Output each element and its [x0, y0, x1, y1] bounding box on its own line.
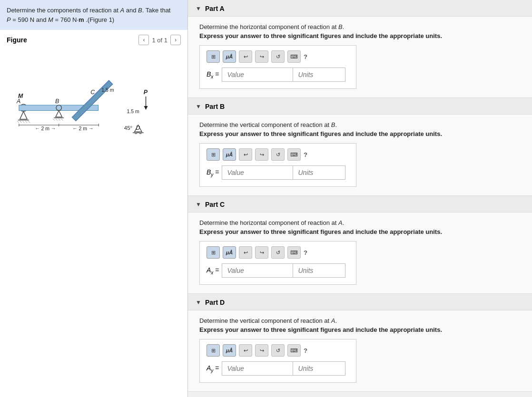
- part-b-desc: Determine the vertical component of reac…: [199, 121, 521, 128]
- part-a-header: ▼ Part A: [188, 0, 532, 17]
- part-c-content: Determine the horizontal component of re…: [188, 213, 532, 293]
- redo-icon-c: ↪: [260, 250, 264, 256]
- part-a-help-icon[interactable]: ?: [304, 53, 307, 60]
- part-a-content: Determine the horizontal component of re…: [188, 17, 532, 97]
- part-c-collapse[interactable]: ▼: [196, 201, 201, 208]
- part-b-grid-button[interactable]: ⊞: [207, 148, 220, 161]
- mu-icon-b: μÅ: [226, 152, 233, 157]
- part-a-mu-button[interactable]: μÅ: [223, 50, 236, 63]
- part-d-collapse[interactable]: ▼: [196, 299, 201, 306]
- part-d-section: ▼ Part D Determine the vertical componen…: [188, 294, 532, 392]
- svg-text:M: M: [18, 93, 23, 99]
- part-d-refresh-button[interactable]: ↺: [271, 344, 285, 357]
- keyboard-icon-c: ⌨: [290, 250, 298, 256]
- part-a-undo-button[interactable]: ↩: [239, 50, 252, 63]
- svg-line-12: [22, 121, 24, 123]
- svg-text:P: P: [144, 89, 148, 96]
- part-c-mu-button[interactable]: μÅ: [223, 246, 236, 259]
- part-a-value-input[interactable]: [222, 68, 293, 82]
- part-a-desc: Determine the horizontal component of re…: [199, 23, 521, 30]
- part-d-mu-button[interactable]: μÅ: [223, 344, 236, 357]
- keyboard-icon-d: ⌨: [290, 348, 298, 354]
- part-b-undo-button[interactable]: ↩: [239, 148, 252, 161]
- svg-point-33: [135, 131, 138, 134]
- svg-line-23: [56, 119, 58, 121]
- part-c-keyboard-button[interactable]: ⌨: [287, 246, 301, 259]
- undo-icon-c: ↩: [244, 250, 248, 256]
- part-a-answer-box: ⊞ μÅ ↩ ↪ ↺ ⌨: [199, 45, 356, 89]
- refresh-icon-b: ↺: [276, 152, 280, 158]
- redo-icon-b: ↪: [260, 152, 264, 158]
- grid-icon-d: ⊞: [211, 348, 216, 354]
- part-d-value-input[interactable]: [222, 361, 293, 376]
- refresh-icon-d: ↺: [276, 348, 280, 354]
- svg-line-22: [53, 119, 55, 121]
- part-b-refresh-button[interactable]: ↺: [271, 148, 285, 161]
- next-figure-button[interactable]: ›: [170, 35, 181, 45]
- part-d-redo-button[interactable]: ↪: [255, 344, 268, 357]
- part-c-header: ▼ Part C: [188, 196, 532, 213]
- part-c-undo-button[interactable]: ↩: [239, 246, 252, 259]
- part-a-label: Part A: [205, 5, 225, 12]
- part-c-refresh-button[interactable]: ↺: [271, 246, 285, 259]
- prev-figure-button[interactable]: ‹: [138, 35, 149, 45]
- svg-point-34: [139, 131, 142, 134]
- part-c-input-label: Ax =: [207, 266, 219, 275]
- part-d-grid-button[interactable]: ⊞: [207, 344, 220, 357]
- figure-nav: ‹ 1 of 1 ›: [138, 35, 181, 45]
- svg-text:B: B: [55, 98, 59, 105]
- part-b-help-icon[interactable]: ?: [304, 151, 307, 158]
- part-b-mu-button[interactable]: μÅ: [223, 148, 236, 161]
- part-d-help-icon[interactable]: ?: [304, 347, 307, 354]
- redo-icon: ↪: [260, 54, 264, 60]
- part-b-toolbar: ⊞ μÅ ↩ ↪ ↺ ⌨: [207, 148, 349, 161]
- part-d-header: ▼ Part D: [188, 294, 532, 310]
- part-d-answer-box: ⊞ μÅ ↩ ↪ ↺ ⌨: [199, 339, 356, 383]
- part-b-redo-button[interactable]: ↪: [255, 148, 268, 161]
- left-panel: Determine the components of reaction at …: [0, 0, 188, 397]
- svg-text:1.5 m: 1.5 m: [127, 109, 139, 114]
- part-a-collapse[interactable]: ▼: [196, 5, 201, 12]
- part-a-redo-button[interactable]: ↪: [255, 50, 268, 63]
- part-c-value-input[interactable]: [222, 263, 293, 278]
- part-d-units-input[interactable]: [293, 361, 345, 376]
- part-d-input-label: Ay =: [207, 364, 219, 373]
- part-d-toolbar: ⊞ μÅ ↩ ↪ ↺ ⌨: [207, 344, 349, 357]
- part-b-units-input[interactable]: [293, 165, 345, 180]
- svg-line-13: [25, 121, 27, 123]
- part-b-input-label: By =: [207, 168, 219, 177]
- part-a-input-label: Bx =: [207, 70, 219, 79]
- part-b-collapse[interactable]: ▼: [196, 103, 201, 110]
- svg-line-24: [59, 119, 60, 121]
- part-b-value-input[interactable]: [222, 165, 293, 180]
- part-c-instruction: Express your answer to three significant…: [199, 228, 521, 235]
- part-b-content: Determine the vertical component of reac…: [188, 115, 532, 195]
- part-a-keyboard-button[interactable]: ⌨: [287, 50, 301, 63]
- part-c-redo-button[interactable]: ↪: [255, 246, 268, 259]
- svg-line-14: [28, 121, 30, 123]
- part-d-label: Part D: [205, 299, 225, 306]
- part-a-toolbar: ⊞ μÅ ↩ ↪ ↺ ⌨: [207, 50, 349, 63]
- part-b-input-row: By =: [207, 165, 349, 180]
- part-a-input-row: Bx =: [207, 68, 349, 82]
- part-a-units-input[interactable]: [293, 68, 345, 82]
- part-c-help-icon[interactable]: ?: [304, 249, 307, 256]
- part-b-header: ▼ Part B: [188, 98, 532, 115]
- part-a-grid-button[interactable]: ⊞: [207, 50, 220, 63]
- svg-text:1.5 m: 1.5 m: [101, 87, 114, 93]
- svg-line-10: [17, 121, 19, 123]
- part-a-instruction: Express your answer to three significant…: [199, 32, 521, 39]
- part-d-undo-button[interactable]: ↩: [239, 344, 252, 357]
- figure-page: 1 of 1: [152, 37, 167, 44]
- part-d-keyboard-button[interactable]: ⌨: [287, 344, 301, 357]
- figure-diagram: A M B C P D: [7, 49, 181, 144]
- part-b-keyboard-button[interactable]: ⌨: [287, 148, 301, 161]
- grid-icon-c: ⊞: [211, 250, 216, 256]
- part-d-input-row: Ay =: [207, 361, 349, 376]
- part-c-label: Part C: [205, 201, 225, 208]
- part-c-units-input[interactable]: [293, 263, 345, 278]
- part-c-grid-button[interactable]: ⊞: [207, 246, 220, 259]
- keyboard-icon-b: ⌨: [290, 152, 298, 158]
- figure-header: Figure ‹ 1 of 1 ›: [7, 35, 181, 45]
- part-a-refresh-button[interactable]: ↺: [271, 50, 285, 63]
